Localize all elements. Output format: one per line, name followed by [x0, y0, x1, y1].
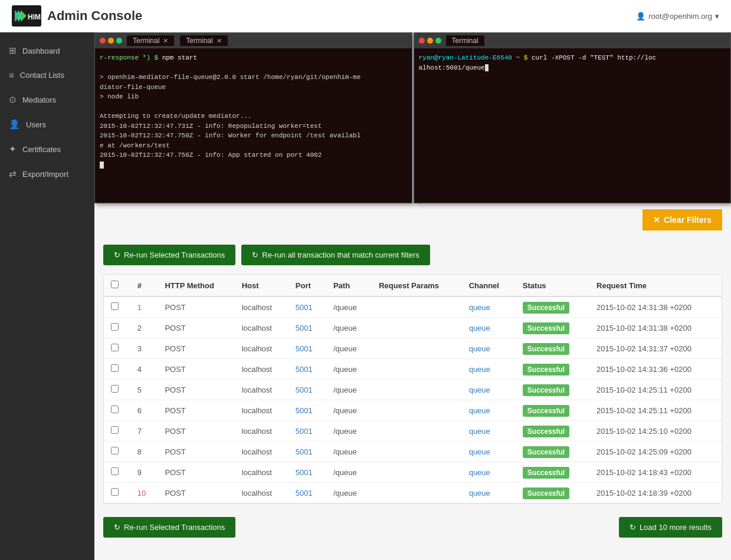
row-method-4: POST — [158, 380, 234, 400]
row-id-0[interactable]: 1 — [130, 297, 158, 318]
openhim-logo: HIM — [12, 5, 41, 27]
row-id-2[interactable]: 3 — [130, 338, 158, 359]
clear-filters-button[interactable]: ✕ Clear Filters — [643, 209, 722, 230]
row-checkbox-9[interactable] — [104, 483, 130, 503]
dashboard-icon: ⊞ — [9, 45, 17, 56]
row-id-7[interactable]: 8 — [130, 442, 158, 462]
tab-close-1[interactable]: ✕ — [163, 37, 168, 45]
sidebar-item-mediators[interactable]: ⊙ Mediators — [0, 87, 94, 112]
row-time-9: 2015-10-02 14:18:39 +0200 — [589, 483, 722, 503]
row-select-5[interactable] — [111, 406, 119, 413]
row-method-1: POST — [158, 318, 234, 338]
sidebar-item-contact-lists[interactable]: ≡ Contact Lists — [0, 63, 94, 87]
maximize-dot-r[interactable] — [435, 38, 441, 44]
row-params-4 — [372, 380, 461, 400]
row-checkbox-1[interactable] — [104, 318, 130, 338]
row-time-2: 2015-10-02 14:31:37 +0200 — [589, 338, 722, 359]
terminal-tab-2[interactable]: Terminal ✕ — [180, 35, 227, 46]
row-checkbox-8[interactable] — [104, 462, 130, 483]
close-dot-r[interactable] — [419, 38, 425, 44]
sidebar-item-dashboard[interactable]: ⊞ Dashboard — [0, 38, 94, 63]
row-select-8[interactable] — [111, 467, 119, 475]
row-id-6[interactable]: 7 — [130, 421, 158, 442]
terminal-right-line-1: ryan@ryan-Latitude-E6540 ~ $ curl -XPOST… — [419, 53, 726, 63]
row-id-8[interactable]: 9 — [130, 462, 158, 483]
svg-text:HIM: HIM — [28, 13, 41, 21]
row-select-3[interactable] — [111, 364, 119, 372]
row-checkbox-3[interactable] — [104, 359, 130, 380]
row-host-6: localhost — [235, 421, 289, 442]
status-badge-8: Successful — [523, 467, 569, 479]
tab-close-2[interactable]: ✕ — [217, 37, 222, 45]
terminal-line-6 — [100, 102, 407, 112]
terminal-tab-1[interactable]: Terminal ✕ — [127, 35, 174, 46]
row-checkbox-5[interactable] — [104, 400, 130, 421]
load-more-button[interactable]: ↻ Load 10 more results — [619, 517, 722, 538]
terminal-cursor — [100, 160, 407, 170]
terminal-right-body[interactable]: ryan@ryan-Latitude-E6540 ~ $ curl -XPOST… — [414, 48, 731, 203]
row-select-4[interactable] — [111, 385, 119, 393]
row-select-0[interactable] — [111, 302, 119, 310]
row-id-5[interactable]: 6 — [130, 400, 158, 421]
row-select-9[interactable] — [111, 488, 119, 496]
prompt-1: r-response *) $ — [100, 54, 162, 61]
row-params-1 — [372, 318, 461, 338]
col-checkbox — [104, 275, 130, 297]
row-select-2[interactable] — [111, 344, 119, 351]
col-status: Status — [516, 275, 589, 297]
status-badge-1: Successful — [523, 322, 569, 334]
row-port-4: 5001 — [289, 380, 326, 400]
row-time-6: 2015-10-02 14:25:10 +0200 — [589, 421, 722, 442]
terminal-left-body[interactable]: r-response *) $ npm start > openhim-medi… — [95, 48, 412, 203]
row-checkbox-2[interactable] — [104, 338, 130, 359]
refresh-icon-3: ↻ — [114, 523, 120, 532]
row-host-0: localhost — [235, 297, 289, 318]
row-checkbox-6[interactable] — [104, 421, 130, 442]
row-time-0: 2015-10-02 14:31:38 +0200 — [589, 297, 722, 318]
status-badge-9: Successful — [523, 487, 569, 499]
maximize-dot[interactable] — [116, 38, 122, 44]
terminal-right-line-2: alhost:5001/queue — [419, 63, 726, 73]
row-select-1[interactable] — [111, 323, 119, 331]
rerun-selected-button-bottom[interactable]: ↻ Re-run Selected Transactions — [103, 517, 235, 538]
select-all-checkbox[interactable] — [111, 281, 119, 288]
row-channel-7: queue — [462, 442, 516, 462]
minimize-dot[interactable] — [108, 38, 114, 44]
terminal-line-11: 2015-10-02T12:32:47.756Z - info: App sta… — [100, 150, 407, 160]
row-time-8: 2015-10-02 14:18:43 +0200 — [589, 462, 722, 483]
output-5: 2015-10-02T12:32:47.731Z - info: Repopul… — [100, 123, 322, 130]
action-bar-top: ↻ Re-run Selected Transactions ↻ Re-run … — [103, 245, 722, 265]
sidebar-item-users[interactable]: 👤 Users — [0, 112, 94, 137]
row-select-7[interactable] — [111, 447, 119, 454]
status-badge-0: Successful — [523, 302, 569, 314]
close-dot[interactable] — [100, 38, 106, 44]
terminal-line-1: r-response *) $ npm start — [100, 53, 407, 63]
term-dollar: $ — [524, 54, 532, 61]
row-host-1: localhost — [235, 318, 289, 338]
user-menu[interactable]: 👤 root@openhim.org ▾ — [636, 12, 719, 21]
rerun-selected-button-top[interactable]: ↻ Re-run Selected Transactions — [103, 245, 235, 265]
row-params-8 — [372, 462, 461, 483]
term-sep: ~ — [516, 54, 524, 61]
rerun-all-button[interactable]: ↻ Re-run all transaction that match curr… — [241, 245, 430, 265]
sidebar-item-export-import[interactable]: ⇄ Export/Import — [0, 162, 94, 186]
row-method-2: POST — [158, 338, 234, 359]
row-checkbox-0[interactable] — [104, 297, 130, 318]
row-id-4[interactable]: 5 — [130, 380, 158, 400]
row-checkbox-7[interactable] — [104, 442, 130, 462]
row-channel-2: queue — [462, 338, 516, 359]
row-checkbox-4[interactable] — [104, 380, 130, 400]
row-id-3[interactable]: 4 — [130, 359, 158, 380]
output-4: Attempting to create/update mediator... — [100, 113, 251, 120]
row-status-5: Successful — [516, 400, 589, 421]
minimize-dot-r[interactable] — [427, 38, 433, 44]
terminal-line-3: > openhim-mediator-file-queue@2.0.0 star… — [100, 73, 407, 83]
row-params-3 — [372, 359, 461, 380]
terminal-tab-right[interactable]: Terminal — [446, 35, 484, 46]
row-select-6[interactable] — [111, 426, 119, 434]
row-status-0: Successful — [516, 297, 589, 318]
row-id-9[interactable]: 10 — [130, 483, 158, 503]
sidebar-item-certificates[interactable]: ✦ Certificates — [0, 137, 94, 162]
row-id-1[interactable]: 2 — [130, 318, 158, 338]
row-status-2: Successful — [516, 338, 589, 359]
